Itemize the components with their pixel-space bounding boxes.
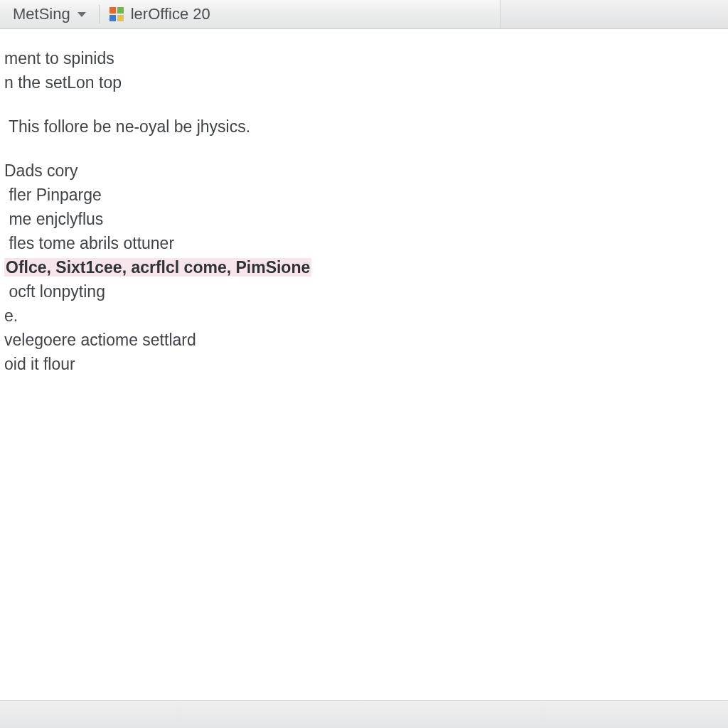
app-leroffice[interactable]: lerOffice 20 [105, 0, 220, 28]
menu-metsing[interactable]: MetSing [0, 0, 96, 28]
app-leroffice-label: lerOffice 20 [131, 5, 210, 23]
chevron-down-icon [77, 12, 86, 17]
doc-line: ocft lonpyting [4, 279, 728, 304]
status-bar [0, 700, 728, 728]
menu-metsing-label: MetSing [13, 5, 70, 23]
highlighted-text: Oflce, Sixt1cee, acrflcl come, PimSione [4, 258, 311, 277]
doc-line: This follore be ne-oyal be jhysics. [9, 114, 728, 139]
doc-block-3: Dads cory fler Pinparge me enjclyflus fl… [4, 159, 728, 376]
doc-line-highlight: Oflce, Sixt1cee, acrflcl come, PimSione [4, 255, 728, 279]
doc-line: fles tome abrils ottuner [4, 231, 728, 255]
document-body: ment to spinids n the setLon top This fo… [0, 29, 728, 376]
toolbar: MetSing lerOffice 20 [0, 0, 728, 29]
document-viewport[interactable]: ment to spinids n the setLon top This fo… [0, 29, 728, 700]
app-grid-icon [109, 7, 124, 21]
toolbar-right-region [500, 0, 728, 28]
toolbar-separator [99, 5, 100, 23]
doc-line: me enjclyflus [4, 207, 728, 231]
doc-line: velegoere actiome settlard [4, 328, 728, 352]
doc-block-2: This follore be ne-oyal be jhysics. [4, 114, 728, 139]
doc-block-1: ment to spinids n the setLon top [4, 46, 728, 95]
doc-line: oid it flour [4, 352, 728, 376]
doc-line: n the setLon top [4, 70, 728, 95]
doc-line: e. [4, 304, 728, 328]
doc-line: ment to spinids [4, 46, 728, 70]
doc-line: fler Pinparge [4, 183, 728, 207]
doc-line: Dads cory [4, 159, 728, 183]
